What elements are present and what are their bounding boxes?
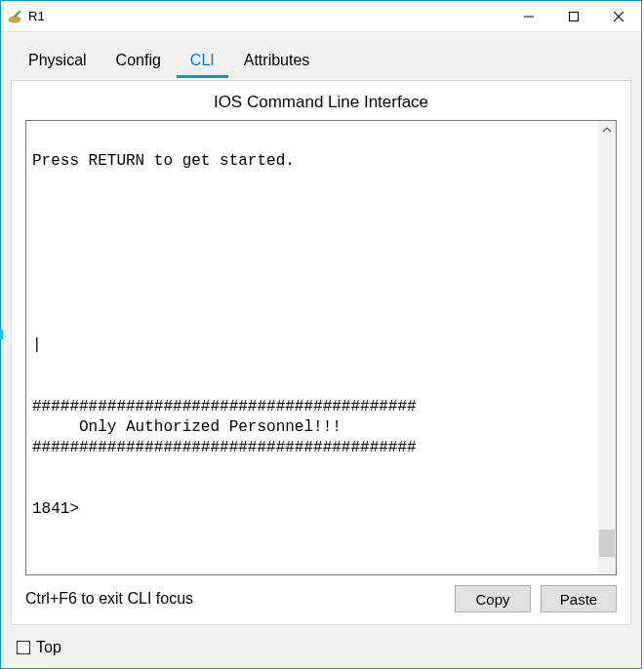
panel-title: IOS Command Line Interface (25, 91, 617, 120)
paste-button[interactable]: Paste (541, 585, 617, 612)
window-title: R1 (28, 9, 506, 23)
scrollbar[interactable] (598, 121, 616, 574)
scroll-thumb[interactable] (599, 530, 615, 557)
copy-button[interactable]: Copy (455, 585, 531, 612)
tab-bar: Physical Config CLI Attributes (11, 44, 631, 78)
svg-rect-3 (570, 12, 579, 20)
router-icon (7, 9, 22, 24)
cli-terminal[interactable]: Press RETURN to get started. | #########… (26, 121, 598, 574)
top-checkbox[interactable] (17, 641, 30, 654)
focus-hint: Ctrl+F6 to exit CLI focus (25, 590, 445, 608)
bottom-bar: Top (11, 625, 631, 668)
tab-physical[interactable]: Physical (15, 44, 101, 78)
scroll-up-icon[interactable] (598, 121, 616, 138)
tab-config[interactable]: Config (102, 44, 175, 78)
panel-footer: Ctrl+F6 to exit CLI focus Copy Paste (25, 575, 617, 612)
edge-marker (0, 330, 3, 339)
top-checkbox-label[interactable]: Top (36, 639, 61, 656)
close-button[interactable] (596, 1, 641, 31)
window-controls (506, 1, 641, 31)
tab-cli[interactable]: CLI (177, 44, 228, 78)
content-area: Physical Config CLI Attributes IOS Comma… (1, 32, 641, 668)
terminal-container: Press RETURN to get started. | #########… (25, 120, 617, 575)
minimize-button[interactable] (506, 1, 551, 31)
tab-attributes[interactable]: Attributes (230, 44, 324, 78)
cli-panel: IOS Command Line Interface Press RETURN … (11, 80, 631, 625)
maximize-button[interactable] (551, 1, 596, 31)
svg-point-0 (9, 17, 20, 22)
titlebar: R1 (1, 1, 641, 32)
app-window: R1 Physical Config CLI Attributes IOS Co… (0, 0, 642, 669)
svg-point-1 (19, 10, 21, 13)
